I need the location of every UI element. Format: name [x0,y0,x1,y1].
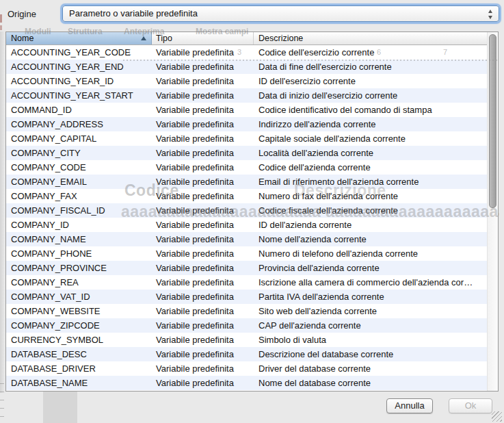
cell-nome[interactable]: COMPANY_FISCAL_ID [6,205,152,216]
cell-descrizione[interactable]: Codice fiscale dell'azienda corrente [254,205,498,216]
table-row[interactable]: ACCOUNTING_YEAR_END Variabile predefinit… [6,60,498,74]
cell-tipo[interactable]: Variabile predefinita [152,277,254,287]
cell-descrizione[interactable]: Email di riferimento dell'azienda corren… [254,177,498,187]
column-header-descrizione[interactable]: Descrizione [254,32,498,44]
table-row[interactable]: COMPANY_EMAIL Variabile predefinita Emai… [6,175,498,189]
cell-tipo[interactable]: Variabile predefinita [152,148,254,158]
cell-tipo[interactable]: Variabile predefinita [152,263,254,273]
table-row[interactable]: DATABASE_NAME Variabile predefinita Nome… [6,376,498,390]
column-header-tipo[interactable]: Tipo [152,32,254,44]
cell-nome[interactable]: COMPANY_VAT_ID [6,292,152,302]
cell-nome[interactable]: COMMAND_ID [6,105,152,115]
table-row[interactable]: COMPANY_WEBSITE Variabile predefinita Si… [6,304,498,318]
table-row[interactable]: COMPANY_CITY Variabile predefinita Local… [6,146,498,160]
cell-nome[interactable]: COMPANY_PHONE [6,248,152,259]
cell-tipo[interactable]: Variabile predefinita [152,320,254,331]
cell-nome[interactable]: COMPANY_PROVINCE [6,263,152,273]
cell-nome[interactable]: ACCOUNTING_YEAR_START [6,90,152,101]
cell-tipo[interactable]: Variabile predefinita [152,220,254,230]
cell-nome[interactable]: DATABASE_DRIVER [6,363,152,374]
table-row[interactable]: COMPANY_REA Variabile predefinita Iscriz… [6,275,498,290]
cell-nome[interactable]: ACCOUNTING_YEAR_CODE [6,47,152,57]
cell-descrizione[interactable]: Simbolo di valuta [254,335,498,345]
cell-descrizione[interactable]: Numero di fax dell'azienda corrente [254,191,498,201]
cell-descrizione[interactable]: Partita IVA dell'azienda corrente [254,292,498,302]
cell-tipo[interactable]: Variabile predefinita [152,378,254,388]
cell-descrizione[interactable]: Driver del database corrente [254,363,498,374]
cell-descrizione[interactable]: Provincia dell'azienda corrente [254,263,498,273]
cell-tipo[interactable]: Variabile predefinita [152,119,254,129]
table-row[interactable]: ACCOUNTING_YEAR_ID Variabile predefinita… [6,74,498,88]
cell-tipo[interactable]: Variabile predefinita [152,306,254,316]
cell-tipo[interactable]: Variabile predefinita [152,177,254,187]
cell-nome[interactable]: ACCOUNTING_YEAR_END [6,62,152,72]
table-row[interactable]: COMPANY_CAPITAL Variabile predefinita Ca… [6,131,498,146]
table-row[interactable]: DATABASE_DESC Variabile predefinita Desc… [6,347,498,361]
cell-nome[interactable]: COMPANY_CODE [6,162,152,172]
cell-tipo[interactable]: Variabile predefinita [152,47,254,57]
table-row[interactable]: COMPANY_PROVINCE Variabile predefinita P… [6,261,498,275]
cell-tipo[interactable]: Variabile predefinita [152,105,254,115]
table-row[interactable]: DATABASE_DRIVER Variabile predefinita Dr… [6,361,498,376]
cell-descrizione[interactable]: Numero di telefono dell'azienda corrente [254,248,498,259]
cell-descrizione[interactable]: CAP dell'azienda corrente [254,320,498,331]
cell-descrizione[interactable]: Descrizione del database corrente [254,349,498,359]
cell-tipo[interactable]: Variabile predefinita [152,234,254,244]
cell-nome[interactable]: COMPANY_NAME [6,234,152,244]
cell-tipo[interactable]: Variabile predefinita [152,76,254,86]
cell-descrizione[interactable]: Nome del database corrente [254,378,498,388]
cell-descrizione[interactable]: Sito web dell'azienda corrente [254,306,498,316]
cell-tipo[interactable]: Variabile predefinita [152,363,254,374]
cell-nome[interactable]: COMPANY_ID [6,220,152,230]
cell-tipo[interactable]: Variabile predefinita [152,349,254,359]
table-row[interactable]: COMPANY_NAME Variabile predefinita Nome … [6,232,498,246]
cell-tipo[interactable]: Variabile predefinita [152,90,254,101]
cell-descrizione[interactable]: Capitale sociale dell'azienda corrente [254,133,498,144]
cell-nome[interactable]: COMPANY_ZIPCODE [6,320,152,331]
cell-nome[interactable]: COMPANY_EMAIL [6,177,152,187]
column-header-nome[interactable]: Nome [6,32,152,44]
cell-descrizione[interactable]: Codice dell'esercizio corrente [254,47,498,57]
cell-descrizione[interactable]: Data di inizio dell'esercizio corrente [254,90,498,101]
cell-nome[interactable]: COMPANY_FAX [6,191,152,201]
cell-descrizione[interactable]: Codice dell'azienda corrente [254,162,498,172]
cell-nome[interactable]: DATABASE_DESC [6,349,152,359]
table-row[interactable]: ACCOUNTING_YEAR_START Variabile predefin… [6,88,498,103]
cell-descrizione[interactable]: Data di fine dell'esercizio corrente [254,62,498,72]
table-row[interactable]: ACCOUNTING_YEAR_CODE Variabile predefini… [6,45,498,60]
table-row[interactable]: COMPANY_FISCAL_ID Variabile predefinita … [6,203,498,218]
cell-nome[interactable]: COMPANY_WEBSITE [6,306,152,316]
cell-nome[interactable]: CURRENCY_SYMBOL [6,335,152,345]
table-row[interactable]: CURRENCY_SYMBOL Variabile predefinita Si… [6,333,498,347]
cell-tipo[interactable]: Variabile predefinita [152,335,254,345]
vertical-scrollbar-thumb[interactable] [489,34,496,208]
cell-descrizione[interactable]: Codice identificativo del comando di sta… [254,105,498,115]
table-row[interactable]: COMPANY_VAT_ID Variabile predefinita Par… [6,290,498,304]
cell-tipo[interactable]: Variabile predefinita [152,205,254,216]
cell-tipo[interactable]: Variabile predefinita [152,133,254,144]
cell-tipo[interactable]: Variabile predefinita [152,62,254,72]
cell-nome[interactable]: COMPANY_CITY [6,148,152,158]
cell-nome[interactable]: ACCOUNTING_YEAR_ID [6,76,152,86]
cell-descrizione[interactable]: Località dell'azienda corrente [254,148,498,158]
cell-descrizione[interactable]: Iscrizione alla camera di commercio dell… [254,277,498,287]
cell-tipo[interactable]: Variabile predefinita [152,162,254,172]
cell-nome[interactable]: COMPANY_REA [6,277,152,287]
cell-nome[interactable]: DATABASE_NAME [6,378,152,388]
table-row[interactable]: COMPANY_ADDRESS Variabile predefinita In… [6,117,498,131]
cell-tipo[interactable]: Variabile predefinita [152,292,254,302]
table-row[interactable]: COMPANY_PHONE Variabile predefinita Nume… [6,246,498,261]
table-row[interactable]: COMPANY_ID Variabile predefinita ID dell… [6,218,498,232]
cell-descrizione[interactable]: ID dell'azienda corrente [254,220,498,230]
table-row[interactable]: COMPANY_CODE Variabile predefinita Codic… [6,160,498,175]
cancel-button[interactable]: Annulla [386,398,433,413]
origin-select[interactable]: Parametro o variabile predefinita [62,5,499,22]
cell-descrizione[interactable]: Indirizzo dell'azienda corrente [254,119,498,129]
cell-descrizione[interactable]: Nome dell'azienda corrente [254,234,498,244]
cell-nome[interactable]: COMPANY_ADDRESS [6,119,152,129]
table-row[interactable]: COMPANY_ZIPCODE Variabile predefinita CA… [6,318,498,333]
table-row[interactable]: COMMAND_ID Variabile predefinita Codice … [6,103,498,117]
cell-tipo[interactable]: Variabile predefinita [152,248,254,259]
cell-nome[interactable]: COMPANY_CAPITAL [6,133,152,144]
cell-tipo[interactable]: Variabile predefinita [152,191,254,201]
